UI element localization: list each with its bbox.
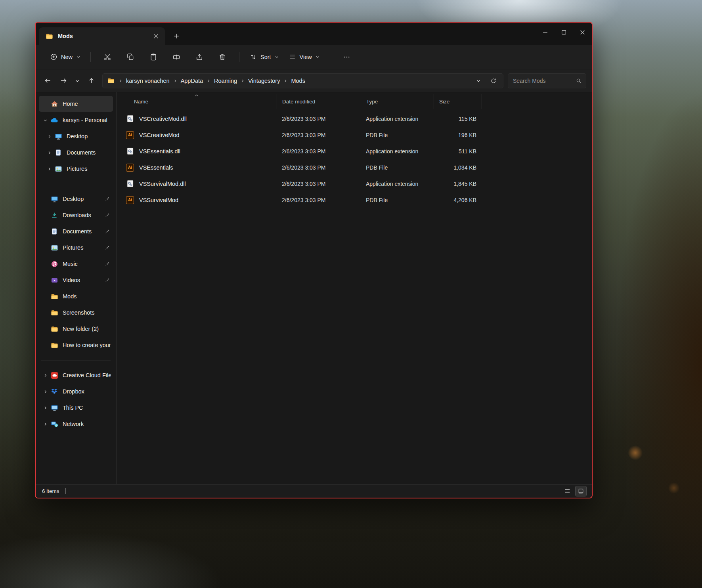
breadcrumb-item-mods[interactable]: Mods xyxy=(288,76,308,86)
sidebar-item-label: karsyn - Personal xyxy=(63,117,111,123)
tab-title: Mods xyxy=(58,33,145,39)
file-date-modified: 2/6/2023 3:03 PM xyxy=(277,164,361,171)
pin-icon xyxy=(103,261,111,267)
file-row-vscreativemod-dll[interactable]: VSCreativeMod.dll 2/6/2023 3:03 PM Appli… xyxy=(117,111,588,127)
file-name: VSEssentials.dll xyxy=(139,148,180,155)
chevron-down-icon xyxy=(316,55,320,59)
command-bar: New xyxy=(36,45,592,69)
folder-icon xyxy=(50,309,59,317)
rename-button[interactable] xyxy=(168,49,185,65)
copy-button[interactable] xyxy=(122,49,139,65)
forward-button[interactable] xyxy=(55,74,71,88)
back-button[interactable] xyxy=(40,74,55,88)
pictures-icon xyxy=(50,244,59,252)
sidebar-item-dropbox[interactable]: Dropbox xyxy=(39,384,113,399)
sidebar-item-creative-cloud-files[interactable]: Creative Cloud Files xyxy=(39,367,113,383)
sort-button[interactable]: Sort xyxy=(245,50,284,64)
up-button[interactable] xyxy=(83,74,99,88)
sidebar-item-label: Dropbox xyxy=(63,388,111,395)
dll-file-icon xyxy=(126,115,134,123)
sidebar-item-how-to-create-your[interactable]: How to create your xyxy=(39,337,113,353)
dll-file-icon xyxy=(126,180,134,188)
sidebar-item-pictures[interactable]: Pictures xyxy=(39,240,113,256)
file-name: VSCreativeMod xyxy=(139,132,180,138)
sidebar-item-documents[interactable]: Documents xyxy=(39,223,113,239)
folder-icon xyxy=(50,293,59,300)
sidebar-item-desktop[interactable]: Desktop xyxy=(39,191,113,207)
file-type: PDB File xyxy=(361,132,434,138)
search-box xyxy=(508,73,586,88)
file-explorer-window: Mods xyxy=(35,22,593,498)
sidebar-item-music[interactable]: Music xyxy=(39,256,113,272)
sidebar-item-downloads[interactable]: Downloads xyxy=(39,207,113,223)
sidebar-item-label: Desktop xyxy=(67,133,111,139)
column-header-type[interactable]: Type xyxy=(361,94,434,109)
column-header-name[interactable]: Name xyxy=(117,94,277,109)
breadcrumb-item-roaming[interactable]: Roaming xyxy=(211,76,240,86)
sidebar-item-label: Documents xyxy=(63,228,103,235)
cut-button[interactable] xyxy=(99,49,116,65)
folder-icon xyxy=(107,77,115,84)
pictures-icon xyxy=(54,165,63,173)
sidebar-item-label: Music xyxy=(63,261,103,267)
content-area: Home karsyn - Personal xyxy=(36,92,592,484)
more-options-button[interactable] xyxy=(338,49,356,65)
address-dropdown-chevron[interactable] xyxy=(471,74,486,87)
file-date-modified: 2/6/2023 3:03 PM xyxy=(277,197,361,203)
tab-mods[interactable]: Mods xyxy=(39,27,165,45)
details-view-button[interactable] xyxy=(562,486,573,496)
tab-close-icon[interactable] xyxy=(150,30,162,42)
large-icons-view-button[interactable] xyxy=(576,486,586,496)
new-button[interactable]: New xyxy=(45,50,85,64)
minimize-button[interactable] xyxy=(536,23,555,42)
sidebar-item-screenshots[interactable]: Screenshots xyxy=(39,305,113,321)
file-name: VSSurvivalMod.dll xyxy=(139,181,186,187)
breadcrumb-item-user[interactable]: karsyn vonachen xyxy=(123,76,173,86)
column-header-size[interactable]: Size xyxy=(434,94,482,109)
videos-icon xyxy=(50,277,59,284)
address-bar: karsyn vonachen AppData Roaming Vintages… xyxy=(36,69,592,92)
share-button[interactable] xyxy=(191,49,208,65)
breadcrumb-item-vintagestory[interactable]: Vintagestory xyxy=(245,76,283,86)
sidebar-item-onedrive-desktop[interactable]: Desktop xyxy=(43,128,113,144)
file-row-vssurvivalmod-dll[interactable]: VSSurvivalMod.dll 2/6/2023 3:03 PM Appli… xyxy=(117,176,588,192)
file-row-vscreativemod-pdb[interactable]: Ai VSCreativeMod 2/6/2023 3:03 PM PDB Fi… xyxy=(117,127,588,143)
recent-locations-chevron[interactable] xyxy=(71,74,83,88)
sidebar-item-network[interactable]: Network xyxy=(39,416,113,432)
maximize-button[interactable] xyxy=(555,23,573,42)
close-button[interactable] xyxy=(573,23,592,42)
search-input[interactable] xyxy=(513,78,576,84)
search-icon xyxy=(576,78,582,84)
file-row-vsessentials-dll[interactable]: VSEssentials.dll 2/6/2023 3:03 PM Applic… xyxy=(117,143,588,159)
sort-ascending-icon xyxy=(195,94,199,97)
file-row-vsessentials-pdb[interactable]: Ai VSEssentials 2/6/2023 3:03 PM PDB Fil… xyxy=(117,159,588,176)
file-date-modified: 2/6/2023 3:03 PM xyxy=(277,116,361,122)
folder-icon xyxy=(45,32,54,40)
sidebar-item-videos[interactable]: Videos xyxy=(39,272,113,288)
creative-cloud-icon xyxy=(50,372,59,379)
sidebar-item-mods[interactable]: Mods xyxy=(39,288,113,304)
sidebar-item-this-pc[interactable]: This PC xyxy=(39,400,113,416)
paste-button[interactable] xyxy=(145,49,162,65)
view-button[interactable]: View xyxy=(284,50,325,64)
file-row-vssurvivalmod-pdb[interactable]: Ai VSSurvivalMod 2/6/2023 3:03 PM PDB Fi… xyxy=(117,192,588,208)
delete-button[interactable] xyxy=(214,49,231,65)
sidebar-item-onedrive-pictures[interactable]: Pictures xyxy=(43,161,113,177)
sidebar-item-onedrive-personal[interactable]: karsyn - Personal xyxy=(39,112,113,128)
status-bar: 6 items xyxy=(36,484,592,498)
column-header-date-modified[interactable]: Date modified xyxy=(277,94,361,109)
titlebar: Mods xyxy=(36,23,592,45)
sidebar-item-onedrive-documents[interactable]: Documents xyxy=(43,145,113,160)
sidebar-item-home[interactable]: Home xyxy=(39,96,113,112)
chevron-down-icon xyxy=(76,55,80,59)
sidebar-section-divider xyxy=(36,353,116,367)
file-size: 4,206 KB xyxy=(434,197,482,203)
desktop-monitor-icon xyxy=(50,195,59,203)
sidebar-item-new-folder-2[interactable]: New folder (2) xyxy=(39,321,113,337)
new-tab-button[interactable] xyxy=(170,30,182,42)
view-button-label: View xyxy=(300,54,312,60)
breadcrumb-item-appdata[interactable]: AppData xyxy=(178,76,206,86)
refresh-button[interactable] xyxy=(486,74,501,87)
sidebar-item-label: Network xyxy=(63,421,111,427)
chevron-down-icon xyxy=(40,118,50,122)
